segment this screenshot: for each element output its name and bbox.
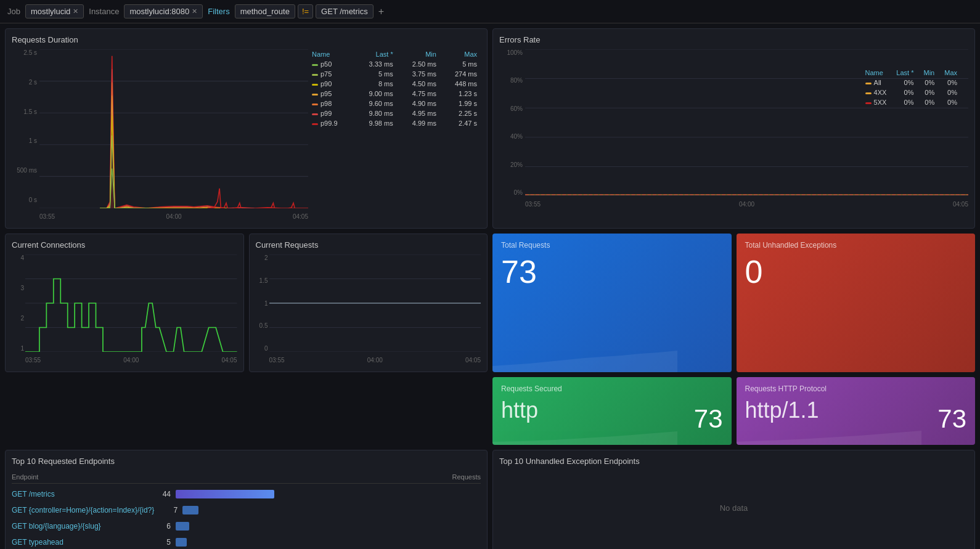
instance-value[interactable]: mostlylucid:8080 ✕ [124, 4, 203, 18]
filters-label: Filters [205, 7, 232, 16]
svg-marker-23 [492, 351, 677, 372]
legend-row: p95 9.00 ms 4.75 ms 1.23 s [308, 89, 481, 99]
top10-endpoints-title: Top 10 Requested Endpoints [12, 457, 481, 466]
job-label: Job [5, 7, 23, 16]
total-requests-title: Total Requests [501, 241, 723, 250]
chart-legend-row: 2.5 s 2 s 1.5 s 1 s 500 ms 0 s [12, 49, 481, 222]
endpoint-count: 44 [152, 490, 171, 498]
requests-small-x-axis: 03:55 04:00 04:05 [269, 354, 481, 365]
errors-x-axis: 03:55 04:00 04:05 [525, 198, 968, 209]
connections-chart-wrap: 4 3 2 1 03: [12, 254, 237, 365]
requests-secured-count: 73 [694, 404, 723, 434]
endpoint-count: 6 [152, 522, 171, 531]
col-endpoint: Endpoint [12, 473, 38, 481]
endpoint-name[interactable]: GET /metrics [12, 490, 147, 498]
spacer-row3 [5, 377, 488, 445]
main-grid: Requests Duration 2.5 s 2 s 1.5 s 1 s 50… [0, 23, 980, 549]
errors-rate-panel: Errors Rate 100% 80% 60% 40% 20% 0% [492, 28, 975, 229]
endpoint-row: GET {controller=Home}/{action=Index}/{id… [12, 502, 481, 518]
endpoint-bar-wrap [176, 537, 481, 547]
top10-exceptions-panel: Top 10 Unhandled Exception Endpoints No … [492, 450, 975, 549]
endpoints-table: Endpoint Requests GET /metrics 44 GET {c… [12, 471, 481, 549]
current-requests-title: Current Requests [256, 240, 481, 250]
connections-chart-inner [25, 254, 237, 352]
endpoint-bar-wrap [176, 489, 481, 499]
endpoints-rows: GET /metrics 44 GET {controller=Home}/{a… [12, 486, 481, 549]
errors-rate-title: Errors Rate [499, 35, 968, 44]
errors-y-axis: 100% 80% 60% 40% 20% 0% [499, 49, 525, 196]
filter-value[interactable]: GET /metrics [316, 4, 374, 18]
topbar: Job mostlylucid ✕ Instance mostlylucid:8… [0, 0, 980, 23]
job-remove-icon[interactable]: ✕ [73, 7, 78, 15]
endpoint-name[interactable]: GET typeahead [12, 538, 147, 547]
endpoint-bar [176, 490, 274, 498]
endpoint-count: 7 [159, 506, 178, 514]
endpoint-bar-wrap [182, 505, 481, 515]
legend-row: p99 9.80 ms 4.95 ms 2.25 s [308, 108, 481, 118]
legend-row: p75 5 ms 3.75 ms 274 ms [308, 69, 481, 79]
connections-y-axis: 4 3 2 1 [12, 254, 25, 352]
error-legend-row: 4XX 0% 0% 0% [860, 87, 962, 97]
requests-chart-inner [39, 49, 308, 208]
instance-remove-icon[interactable]: ✕ [192, 7, 197, 15]
requests-http-count: 73 [937, 404, 966, 434]
requests-secured-card: Requests Secured http 73 [492, 377, 732, 445]
errors-chart-wrap: 100% 80% 60% 40% 20% 0% [499, 49, 968, 209]
connections-x-axis: 03:55 04:00 04:05 [25, 354, 237, 365]
endpoint-row: GET /metrics 44 [12, 486, 481, 502]
legend-col-min: Min [397, 49, 440, 59]
svg-marker-25 [737, 431, 921, 445]
total-exceptions-card: Total Unhandled Exceptions 0 [737, 234, 976, 372]
top10-exceptions-title: Top 10 Unhandled Exception Endpoints [499, 457, 968, 466]
total-exceptions-title: Total Unhandled Exceptions [745, 241, 967, 250]
add-filter-button[interactable]: + [376, 6, 386, 17]
requests-chart-wrap-small: 2 1.5 1 0.5 0 [256, 254, 481, 365]
legend-col-name: Name [308, 49, 354, 59]
total-requests-card: Total Requests 73 [492, 234, 732, 372]
instance-label: Instance [86, 7, 121, 16]
legend-row: p50 3.33 ms 2.50 ms 5 ms [308, 59, 481, 69]
error-legend-row: All 0% 0% 0% [860, 78, 962, 87]
endpoint-bar-wrap [176, 521, 481, 531]
endpoints-header: Endpoint Requests [12, 471, 481, 484]
requests-secured-title: Requests Secured [501, 384, 723, 393]
job-value[interactable]: mostlylucid ✕ [25, 4, 84, 18]
errors-legend: Name Last * Min Max All 0% 0% 0% 4XX 0% … [860, 68, 962, 107]
total-requests-value: 73 [501, 256, 723, 288]
requests-legend: Name Last * Min Max p50 3.33 ms 2.50 ms … [308, 49, 481, 222]
legend-col-max: Max [440, 49, 481, 59]
endpoint-row: GET blog/{language}/{slug} 6 [12, 518, 481, 534]
requests-x-axis: 03:55 04:00 04:05 [39, 211, 308, 222]
endpoint-count: 5 [152, 538, 171, 547]
filter-method-route[interactable]: method_route [235, 4, 295, 18]
svg-marker-6 [100, 56, 308, 208]
total-exceptions-value: 0 [745, 256, 967, 288]
no-data-label: No data [499, 471, 968, 545]
current-requests-panel: Current Requests 2 1.5 1 0.5 0 [249, 234, 488, 372]
requests-duration-title: Requests Duration [12, 35, 481, 44]
endpoint-row: GET typeahead 5 [12, 534, 481, 549]
current-connections-panel: Current Connections 4 3 2 1 [5, 234, 244, 372]
legend-row: p99.9 9.98 ms 4.99 ms 2.47 s [308, 118, 481, 128]
requests-http-title: Requests HTTP Protocol [745, 384, 967, 393]
requests-small-chart-inner [269, 254, 481, 352]
filter-operator[interactable]: != [298, 4, 313, 18]
legend-col-last: Last * [354, 49, 397, 59]
row2: Current Connections 4 3 2 1 [5, 234, 975, 372]
legend-row: p98 9.60 ms 4.90 ms 1.99 s [308, 99, 481, 108]
requests-http-card: Requests HTTP Protocol http/1.1 73 [737, 377, 976, 445]
endpoint-name[interactable]: GET {controller=Home}/{action=Index}/{id… [12, 506, 154, 514]
requests-y-axis: 2.5 s 2 s 1.5 s 1 s 500 ms 0 s [12, 49, 39, 203]
endpoint-bar [176, 538, 187, 547]
endpoint-bar [176, 522, 189, 531]
svg-marker-24 [492, 431, 677, 445]
requests-http-wave [737, 414, 921, 445]
requests-secured-wave [492, 414, 677, 445]
legend-row: p90 8 ms 4.50 ms 448 ms [308, 79, 481, 89]
top10-endpoints-panel: Top 10 Requested Endpoints Endpoint Requ… [5, 450, 488, 549]
current-connections-title: Current Connections [12, 240, 237, 250]
col-requests: Requests [452, 473, 481, 481]
endpoint-name[interactable]: GET blog/{language}/{slug} [12, 522, 147, 531]
row3: Requests Secured http 73 Requests HTTP P… [5, 377, 975, 445]
requests-small-y-axis: 2 1.5 1 0.5 0 [256, 254, 269, 352]
